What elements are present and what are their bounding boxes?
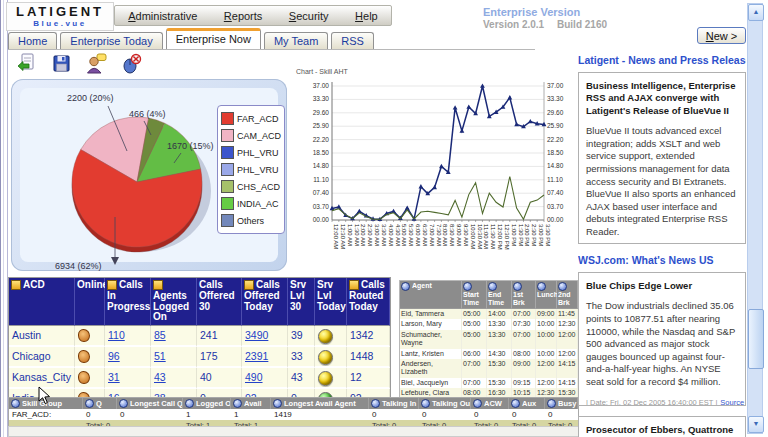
acd-column-header-calls-offered-today[interactable]: Calls Offered Today [242, 278, 288, 326]
sort-icon[interactable] [11, 399, 20, 408]
y-axis-tick-label: 00.00 [313, 216, 330, 223]
skill-column-header-acw[interactable]: ACW [471, 398, 509, 409]
agent-column-header-end-time[interactable]: End Time [487, 281, 512, 309]
acd-column-header-srv-lvl-30[interactable]: Srv Lvl 30 [288, 278, 315, 326]
sort-icon[interactable] [85, 399, 94, 408]
acd-column-header-srv-lvl-today[interactable]: Srv Lvl Today [315, 278, 347, 326]
sort-icon[interactable] [119, 399, 128, 408]
calls-offered-today-link[interactable]: 490 [245, 371, 263, 383]
skill-column-header-busy-oth[interactable]: Busy Oth [545, 398, 578, 409]
agent-column-header-lunch[interactable]: Lunch [536, 281, 557, 309]
source-link[interactable]: Source [720, 398, 744, 406]
mouse-disable-icon[interactable] [121, 53, 142, 74]
header-label: Calls Offered 30 [199, 279, 235, 312]
menu-item-security[interactable]: Security [289, 10, 329, 22]
series-marker [507, 95, 512, 99]
calls-offered-today-link[interactable]: 3490 [245, 329, 268, 341]
agent-column-header-start-time[interactable]: Start Time [462, 281, 487, 309]
skill-column-header-longest-call-q[interactable]: Longest Call Q [117, 398, 183, 409]
agent-time-cell: 05:00 [462, 330, 487, 349]
x-axis-tick-label: 2:30 PM [531, 224, 537, 246]
sort-icon[interactable] [233, 399, 242, 408]
agent-time-cell: 09:00 [536, 309, 557, 319]
sort-icon[interactable] [463, 282, 472, 291]
menu-item-administrative[interactable]: Administrative [128, 10, 197, 22]
sort-icon[interactable] [558, 282, 567, 291]
menu-item-reports[interactable]: Reports [224, 10, 263, 22]
scroll-thumb[interactable] [748, 309, 764, 369]
sort-icon[interactable] [273, 399, 282, 408]
calls-in-progress-link[interactable]: 31 [108, 371, 120, 383]
agents-logged-on-link[interactable]: 85 [154, 329, 166, 341]
sort-icon[interactable] [488, 282, 497, 291]
skill-column-header-logged-on[interactable]: Logged On [183, 398, 231, 409]
filter-icon[interactable] [153, 280, 163, 290]
sort-icon[interactable] [537, 282, 546, 291]
calls-in-progress-link[interactable]: 110 [108, 329, 125, 341]
new-button[interactable]: New > [697, 27, 746, 44]
agents-logged-on-link[interactable]: 43 [154, 371, 166, 383]
tab-label: Enterprise Today [70, 35, 152, 47]
acd-column-header-online[interactable]: Online [75, 278, 105, 326]
y-axis-tick-label-right: 07.40 [547, 189, 564, 196]
tab-my-team[interactable]: My Team [264, 32, 328, 49]
save-icon[interactable] [51, 53, 72, 74]
horizontal-scrollbar-track[interactable] [8, 426, 579, 437]
acd-column-header-acd[interactable]: ACD [9, 278, 75, 326]
series-marker [419, 184, 424, 188]
scroll-up-button[interactable]: ▲ [748, 4, 764, 21]
tab-enterprise-now[interactable]: Enterprise Now [166, 28, 261, 49]
filter-icon[interactable] [244, 280, 254, 290]
filter-icon[interactable] [349, 280, 359, 290]
acd-column-header-calls-offered-30[interactable]: Calls Offered 30 [197, 278, 242, 326]
sort-icon[interactable] [371, 399, 380, 408]
agents-logged-on-link[interactable]: 51 [154, 350, 166, 362]
skill-column-header-longest-avail-agent[interactable]: Longest Avail Agent [271, 398, 369, 409]
sort-icon[interactable] [473, 399, 482, 408]
menu-item-help[interactable]: Help [355, 10, 378, 22]
sort-icon[interactable] [547, 399, 556, 408]
header-label: Start Time [463, 291, 479, 306]
filter-icon[interactable] [11, 280, 21, 290]
sort-icon[interactable] [511, 399, 520, 408]
acd-column-header-agents-logged-on[interactable]: Agents Logged On [151, 278, 197, 326]
news-article: Prosecutor of Ebbers, Quattrone to [578, 416, 746, 437]
calls-in-progress-link[interactable]: 96 [108, 350, 120, 362]
acd-column-header-calls-routed-today[interactable]: Calls Routed Today [347, 278, 390, 326]
skill-column-header-aux[interactable]: Aux [509, 398, 545, 409]
agent-column-header-agent[interactable]: Agent [400, 281, 462, 309]
agent-column-header-1st-brk[interactable]: 1st Brk [512, 281, 536, 309]
vertical-scrollbar[interactable]: ▲ ▼ [747, 3, 763, 434]
header-label: Srv Lvl Today [317, 279, 346, 312]
filter-icon[interactable] [107, 280, 117, 290]
x-axis-tick-label: 1:30 AM [354, 224, 360, 246]
skill-column-header-avail[interactable]: Avail [231, 398, 271, 409]
acd-column-header-calls-in-progress[interactable]: Calls In Progress [105, 278, 151, 326]
skill-column-header-talking-out[interactable]: Talking Out [419, 398, 471, 409]
tab-rss[interactable]: RSS [331, 32, 374, 49]
x-axis-tick-label: 8:30 AM [449, 224, 455, 246]
sort-icon[interactable] [421, 399, 430, 408]
pie-slice-label: 466 (4%) [129, 109, 166, 119]
scroll-down-button[interactable]: ▼ [748, 416, 764, 433]
header-label: 1st Brk [513, 291, 525, 306]
sort-icon[interactable] [513, 282, 522, 291]
y-axis-tick-label: 22.20 [313, 136, 330, 143]
agent-column-header-2nd-brk[interactable]: 2nd Brk [557, 281, 578, 309]
pie-chart-panel: 2200 (20%)466 (4%)1670 (15%)6934 (62%) F… [11, 79, 287, 271]
skill-column-header-talking-in[interactable]: Talking In [369, 398, 419, 409]
y-axis-tick-label: 33.30 [313, 95, 330, 102]
new-report-icon[interactable] [16, 53, 37, 74]
sort-icon[interactable] [401, 282, 410, 291]
calls-offered-today-link[interactable]: 2391 [245, 350, 268, 362]
tab-home[interactable]: Home [8, 32, 57, 49]
news-article-title: Blue Chips Edge Lower [586, 280, 738, 292]
x-axis-tick-label: 3:30 AM [381, 224, 387, 246]
skill-column-header-q[interactable]: Q [83, 398, 117, 409]
legend-item: INDIA_AC [221, 195, 281, 212]
y-axis-tick-label-right: 37.00 [547, 82, 564, 89]
tab-enterprise-today[interactable]: Enterprise Today [60, 32, 162, 49]
skill-value-cell: 0 [83, 409, 117, 420]
user-message-icon[interactable] [86, 53, 107, 74]
sort-icon[interactable] [185, 399, 194, 408]
